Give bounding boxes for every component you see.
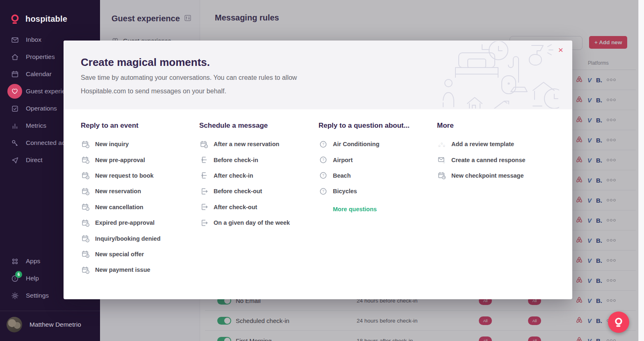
modal-item-air-conditioning[interactable]: ?Air Conditioning	[319, 136, 437, 152]
brand[interactable]: hospitable	[7, 11, 67, 27]
modal-column-heading: Schedule a message	[199, 122, 319, 130]
grid-icon	[7, 253, 23, 269]
modal-body: Reply to an event?New inquiry!New pre-ap…	[64, 109, 572, 278]
help-icon: ?6	[7, 270, 23, 287]
modal-item-add-a-review-template[interactable]: ☆☆☆Add a review template	[437, 136, 555, 152]
automation-illustration	[436, 41, 559, 110]
svg-text:$: $	[87, 255, 88, 257]
svg-text:↻: ↻	[86, 192, 89, 194]
hospitable-app: hospitable InboxPropertiesCalendarGuest …	[0, 0, 644, 341]
heart-icon	[7, 84, 22, 99]
modal-item-after-check-in[interactable]: After check-in	[199, 168, 319, 183]
svg-text:×: ×	[86, 271, 88, 273]
svg-text:?: ?	[322, 189, 324, 193]
svg-text:☆: ☆	[442, 160, 445, 164]
calendar-question-icon: ?	[81, 140, 90, 149]
svg-text:?: ?	[322, 174, 324, 178]
bar-chart-icon	[7, 117, 23, 134]
modal-item-after-a-new-reservation[interactable]: ↻After a new reservation	[199, 136, 319, 152]
question-circle-icon: ?	[319, 156, 328, 165]
calendar-x-icon: ×	[81, 265, 90, 274]
modal-item-new-cancellation[interactable]: ×New cancellation	[81, 199, 199, 215]
modal-item-new-inquiry[interactable]: ?New inquiry	[81, 136, 199, 152]
question-circle-icon: ?	[319, 171, 328, 180]
modal-item-new-special-offer[interactable]: $New special offer	[81, 246, 199, 262]
modal-column-reply-to-a-question-about: Reply to a question about...?Air Conditi…	[319, 122, 437, 278]
svg-text:↻: ↻	[205, 145, 207, 147]
modal-subtitle: Save time by automating your conversatio…	[81, 71, 298, 98]
svg-text:↻: ↻	[86, 176, 89, 179]
svg-text:×: ×	[86, 208, 88, 210]
calendar-icon	[7, 66, 23, 82]
calendar-x-icon: ×	[81, 203, 90, 212]
help-count-badge: 6	[15, 271, 22, 278]
svg-text:?: ?	[322, 142, 324, 146]
user-name: Matthew Demetrio	[30, 321, 81, 328]
modal-column-heading: More	[437, 122, 555, 130]
calendar-x-icon: ×	[81, 218, 90, 227]
modal-column-heading: Reply to a question about...	[319, 122, 437, 130]
calendar-x-icon: ×	[81, 234, 90, 243]
svg-text:?: ?	[14, 276, 16, 280]
modal-item-new-pre-approval[interactable]: !New pre-approval	[81, 152, 199, 167]
modal-item-new-payment-issue[interactable]: ×New payment issue	[81, 262, 199, 278]
modal-item-bicycles[interactable]: ?Bicycles	[319, 183, 437, 199]
modal-header: Create magical moments. Save time by aut…	[64, 41, 572, 109]
door-out-icon	[199, 218, 208, 227]
key-icon	[7, 135, 23, 151]
inbox-icon	[7, 32, 23, 48]
svg-text:?: ?	[322, 158, 324, 162]
modal-item-new-request-to-book[interactable]: ↻New request to book	[81, 168, 199, 183]
calendar-refresh-icon: ↻	[81, 171, 90, 180]
svg-text:?: ?	[87, 145, 88, 147]
page-scrollbar[interactable]	[638, 0, 644, 341]
door-out-icon	[199, 203, 208, 212]
modal-title: Create magical moments.	[81, 56, 210, 69]
modal-item-before-check-out[interactable]: Before check-out	[199, 183, 319, 199]
door-in-icon	[199, 171, 208, 180]
check-square-icon	[7, 100, 23, 117]
sidebar-divider	[0, 311, 100, 311]
hospitable-logo-icon	[7, 11, 23, 27]
modal-item-new-reservation[interactable]: ↻New reservation	[81, 183, 199, 199]
question-circle-icon: ?	[319, 140, 328, 149]
modal-item-beach[interactable]: ?Beach	[319, 168, 437, 183]
modal-column-heading: Reply to an event	[81, 122, 199, 130]
modal-column-schedule-a-message: Schedule a message↻After a new reservati…	[199, 122, 319, 278]
modal-item-on-a-given-day-of-the-week[interactable]: On a given day of the week	[199, 215, 319, 230]
user-menu[interactable]: Matthew Demetrio	[7, 317, 81, 332]
modal-column-reply-to-an-event: Reply to an event?New inquiry!New pre-ap…	[81, 122, 199, 278]
close-icon[interactable]: ×	[558, 45, 563, 54]
more-questions-link[interactable]: More questions	[333, 206, 437, 212]
create-rule-modal: Create magical moments. Save time by aut…	[64, 41, 572, 299]
door-out-icon	[199, 187, 208, 196]
svg-text:☆: ☆	[438, 144, 441, 147]
home-icon	[7, 49, 23, 65]
svg-text:☆: ☆	[442, 144, 445, 147]
door-in-icon	[199, 156, 208, 165]
review-stars-icon: ☆☆☆	[437, 140, 446, 149]
calendar-warning-icon: !	[81, 156, 90, 165]
calendar-refresh-icon: ↻	[199, 140, 208, 149]
svg-text:×: ×	[86, 224, 88, 226]
avatar	[7, 317, 22, 332]
modal-item-after-check-out[interactable]: After check-out	[199, 199, 319, 215]
gear-icon	[7, 287, 23, 304]
modal-item-airport[interactable]: ?Airport	[319, 152, 437, 167]
modal-item-create-a-canned-response[interactable]: ☆Create a canned response	[437, 152, 555, 167]
modal-column-more: More☆☆☆Add a review template☆Create a ca…	[437, 122, 555, 278]
question-circle-icon: ?	[319, 187, 328, 196]
calendar-offer-icon: $	[81, 250, 90, 259]
modal-item-new-checkpoint-message[interactable]: New checkpoint message	[437, 168, 555, 183]
modal-item-expired-pre-approval[interactable]: ×Expired pre-approval	[81, 215, 199, 230]
calendar-clock-icon	[437, 171, 446, 180]
modal-item-inquiry-booking-denied[interactable]: ×Inquiry/booking denied	[81, 230, 199, 246]
brand-name: hospitable	[25, 14, 67, 24]
svg-text:×: ×	[86, 239, 88, 242]
hospitable-chat-icon	[613, 317, 624, 327]
send-icon	[7, 152, 23, 168]
chat-launcher[interactable]	[608, 312, 629, 333]
calendar-refresh-icon: ↻	[81, 187, 90, 196]
modal-item-before-check-in[interactable]: Before check-in	[199, 152, 319, 167]
mail-star-icon: ☆	[437, 156, 446, 165]
